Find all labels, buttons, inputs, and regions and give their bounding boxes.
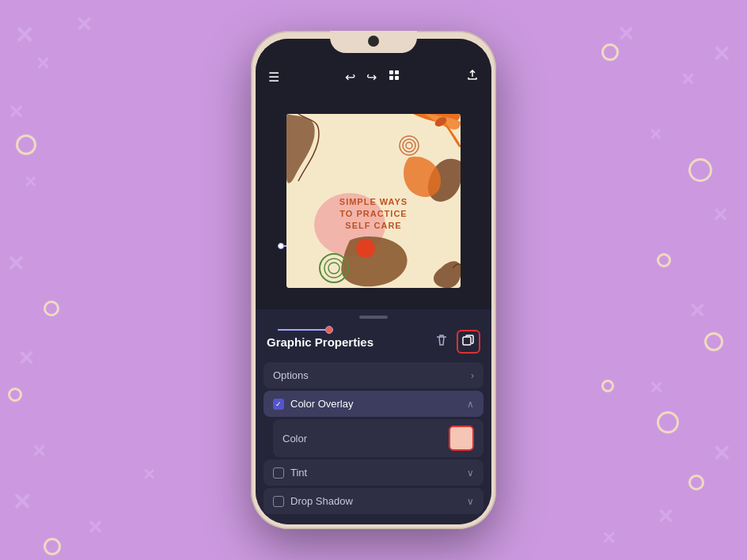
x-deco: ✕ (142, 467, 156, 482)
svg-rect-2 (389, 76, 393, 80)
x-deco: ✕ (12, 490, 32, 514)
circle-deco (8, 388, 22, 402)
duplicate-icon[interactable] (457, 330, 480, 354)
x-deco: ✕ (8, 103, 24, 122)
phone-shell: ☰ ↩ ↪ (251, 31, 496, 529)
chevron-up-icon: ∧ (467, 399, 474, 410)
svg-rect-1 (395, 70, 399, 74)
color-overlay-checkbox[interactable]: ✓ (273, 399, 284, 410)
layers-icon[interactable] (388, 69, 400, 85)
x-deco: ✕ (649, 380, 663, 397)
x-deco: ✕ (657, 506, 674, 527)
x-deco: ✕ (24, 174, 37, 190)
design-canvas[interactable]: SIMPLE WAYS TO PRACTICE SELF CARE (286, 114, 461, 288)
x-deco: ✕ (75, 14, 93, 35)
panel-title: Graphic Properties (267, 335, 374, 349)
undo-icon[interactable]: ↩ (345, 70, 355, 85)
circle-deco (601, 44, 619, 61)
circle-deco (657, 253, 671, 267)
tint-chevron-icon: ∨ (467, 467, 474, 479)
color-overlay-label: Color Overlay (290, 398, 353, 410)
canvas-area[interactable]: SIMPLE WAYS TO PRACTICE SELF CARE (256, 93, 491, 309)
svg-rect-0 (389, 70, 393, 74)
drop-shadow-row[interactable]: Drop Shadow ∨ (264, 488, 483, 514)
circle-deco (688, 475, 704, 490)
color-overlay-row[interactable]: ✓ Color Overlay ∧ (264, 391, 483, 417)
circle-deco (44, 538, 61, 555)
x-deco: ✕ (649, 127, 662, 142)
x-deco: ✕ (36, 55, 50, 73)
tint-label-group: Tint (273, 467, 307, 479)
drop-shadow-chevron-icon: ∨ (467, 496, 474, 507)
options-label-group: Options (273, 369, 309, 381)
menu-icon[interactable]: ☰ (268, 70, 279, 85)
svg-rect-17 (463, 337, 471, 345)
x-deco: ✕ (32, 443, 46, 460)
x-deco: ✕ (601, 530, 616, 547)
tint-checkbox[interactable] (273, 467, 284, 479)
x-deco: ✕ (688, 301, 706, 321)
circle-deco (704, 332, 723, 351)
tint-row[interactable]: Tint ∨ (264, 460, 483, 486)
bottom-panel: Graphic Properties (256, 309, 491, 524)
delete-icon[interactable] (434, 333, 449, 350)
drop-shadow-label: Drop Shadow (290, 495, 353, 507)
color-swatch[interactable] (449, 426, 474, 451)
color-overlay-right: ∧ (467, 399, 474, 410)
svg-text:TO PRACTICE: TO PRACTICE (339, 209, 407, 218)
camera-dot (368, 36, 379, 47)
toolbar-left: ☰ (268, 70, 279, 85)
tint-right: ∨ (467, 467, 474, 479)
circle-deco (44, 301, 59, 316)
circle-deco (16, 134, 36, 155)
phone-notch (330, 31, 417, 53)
circle-deco (688, 158, 712, 182)
x-deco: ✕ (14, 24, 34, 47)
circle-deco (601, 380, 614, 392)
share-icon[interactable] (466, 69, 479, 85)
x-deco: ✕ (681, 71, 695, 89)
color-label: Color (282, 433, 307, 445)
svg-point-13 (356, 239, 375, 258)
svg-text:SELF CARE: SELF CARE (345, 221, 401, 230)
circle-deco (657, 411, 679, 433)
drop-shadow-checkbox[interactable] (273, 496, 284, 507)
drop-shadow-right: ∨ (467, 496, 474, 507)
x-deco: ✕ (17, 348, 35, 369)
panel-action-icons (434, 330, 480, 354)
x-deco: ✕ (6, 253, 25, 275)
x-deco: ✕ (712, 443, 730, 465)
selection-line-bottom (278, 326, 333, 334)
tint-label: Tint (290, 467, 307, 479)
color-overlay-label-group: ✓ Color Overlay (273, 398, 353, 410)
svg-rect-3 (395, 76, 399, 80)
svg-text:SIMPLE WAYS: SIMPLE WAYS (339, 197, 408, 206)
x-deco: ✕ (87, 518, 103, 537)
drop-shadow-label-group: Drop Shadow (273, 495, 353, 507)
x-deco: ✕ (712, 44, 730, 66)
chevron-right-icon: › (471, 370, 474, 381)
toolbar-right (466, 69, 479, 85)
phone-screen: ☰ ↩ ↪ (256, 39, 491, 524)
color-row[interactable]: Color (273, 419, 483, 457)
x-deco: ✕ (617, 24, 635, 44)
x-deco: ✕ (712, 206, 728, 225)
drag-bar (359, 316, 388, 319)
toolbar-center: ↩ ↪ (345, 69, 400, 85)
options-row[interactable]: Options › (264, 362, 483, 388)
redo-icon[interactable]: ↪ (366, 70, 377, 85)
options-right: › (471, 370, 474, 381)
options-label: Options (273, 369, 309, 381)
